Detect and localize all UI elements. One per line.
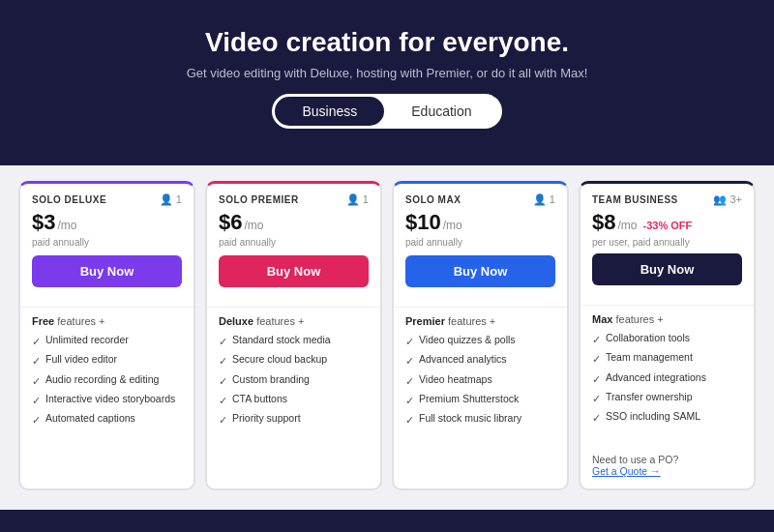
- features-deluxe: Free features + ✓Unlimited recorder ✓Ful…: [20, 315, 194, 488]
- feature-item: ✓Transfer ownership: [592, 391, 742, 405]
- po-text: Need to use a PO?: [592, 454, 742, 465]
- page-title: Video creation for everyone.: [19, 27, 755, 58]
- page-header: Video creation for everyone. Get video e…: [0, 0, 774, 165]
- plan-name-premier: SOLO PREMIER: [219, 194, 299, 205]
- feature-item: ✓CTA buttons: [219, 393, 369, 407]
- page-subtitle: Get video editing with Deluxe, hosting w…: [19, 66, 755, 80]
- user-count-business: 👥 3+: [713, 193, 742, 206]
- price-business: $8: [592, 210, 615, 235]
- solo-premier-card: SOLO PREMIER 👤 1 $6 /mo paid annually Bu…: [205, 181, 382, 490]
- feature-item: ✓Collaboration tools: [592, 332, 742, 346]
- feature-item: ✓Custom branding: [219, 373, 369, 388]
- buy-btn-max[interactable]: Buy Now: [405, 255, 555, 287]
- feature-item: ✓Automated captions: [32, 412, 182, 427]
- features-business: Max features + ✓Collaboration tools ✓Tea…: [580, 313, 754, 454]
- features-header-premier: Deluxe features +: [219, 315, 369, 327]
- plan-name-deluxe: SOLO DELUXE: [32, 194, 106, 205]
- features-max: Premier features + ✓Video quizzes & poll…: [394, 315, 567, 488]
- feature-item: ✓Secure cloud backup: [219, 353, 369, 368]
- education-toggle-btn[interactable]: Education: [384, 97, 498, 126]
- feature-item: ✓Full video editor: [32, 353, 182, 368]
- feature-item: ✓Unlimited recorder: [32, 334, 182, 348]
- buy-btn-deluxe[interactable]: Buy Now: [32, 255, 182, 287]
- buy-btn-premier[interactable]: Buy Now: [219, 255, 369, 287]
- user-count-deluxe: 👤 1: [160, 193, 182, 206]
- price-max: $10: [405, 210, 441, 235]
- card-header-premier: SOLO PREMIER 👤 1 $6 /mo paid annually Bu…: [207, 184, 380, 299]
- features-header-max: Premier features +: [405, 315, 555, 327]
- feature-item: ✓Video heatmaps: [405, 373, 555, 388]
- toggle-container: Business Education: [19, 94, 755, 129]
- billing-max: paid annually: [405, 237, 555, 248]
- team-business-card: TEAM BUSINESS 👥 3+ $8 /mo -33% OFF per u…: [579, 181, 756, 490]
- solo-max-card: SOLO MAX 👤 1 $10 /mo paid annually Buy N…: [392, 181, 569, 490]
- per-user-billing: per user, paid annually: [592, 237, 742, 248]
- feature-item: ✓Standard stock media: [219, 334, 369, 348]
- period-max: /mo: [443, 219, 462, 232]
- feature-item: ✓Full stock music library: [405, 412, 555, 427]
- period-premier: /mo: [244, 219, 263, 232]
- business-education-toggle: Business Education: [272, 94, 501, 129]
- feature-item: ✓Video quizzes & polls: [405, 334, 555, 348]
- feature-item: ✓Team management: [592, 351, 742, 366]
- po-section: Need to use a PO? Get a Quote →: [580, 454, 754, 488]
- price-deluxe: $3: [32, 210, 55, 235]
- billing-deluxe: paid annually: [32, 237, 182, 248]
- feature-item: ✓Audio recording & editing: [32, 373, 182, 388]
- features-header-deluxe: Free features +: [32, 315, 182, 327]
- buy-btn-business[interactable]: Buy Now: [592, 253, 742, 285]
- card-header-max: SOLO MAX 👤 1 $10 /mo paid annually Buy N…: [394, 184, 567, 299]
- plan-name-business: TEAM BUSINESS: [592, 194, 678, 205]
- feature-item: ✓SSO including SAML: [592, 410, 742, 425]
- period-business: /mo: [617, 219, 637, 232]
- feature-item: ✓Advanced analytics: [405, 353, 555, 368]
- price-premier: $6: [219, 210, 242, 235]
- feature-item-priority-support: ✓Priority support: [219, 412, 369, 427]
- discount-badge: -33% OFF: [643, 220, 693, 231]
- feature-item: ✓Interactive video storyboards: [32, 393, 182, 407]
- card-header-deluxe: SOLO DELUXE 👤 1 $3 /mo paid annually Buy…: [20, 184, 194, 299]
- feature-item: ✓Premium Shutterstock: [405, 393, 555, 407]
- card-header-business: TEAM BUSINESS 👥 3+ $8 /mo -33% OFF per u…: [580, 184, 754, 297]
- solo-deluxe-card: SOLO DELUXE 👤 1 $3 /mo paid annually Buy…: [18, 181, 195, 490]
- feature-item: ✓Advanced integrations: [592, 371, 742, 386]
- pricing-cards-area: SOLO DELUXE 👤 1 $3 /mo paid annually Buy…: [0, 165, 774, 510]
- billing-premier: paid annually: [219, 237, 369, 248]
- period-deluxe: /mo: [57, 219, 76, 232]
- business-toggle-btn[interactable]: Business: [275, 97, 384, 126]
- get-quote-link[interactable]: Get a Quote →: [592, 465, 742, 477]
- features-header-business: Max features +: [592, 313, 742, 325]
- plan-name-max: SOLO MAX: [405, 194, 461, 205]
- user-count-premier: 👤 1: [346, 193, 369, 206]
- user-count-max: 👤 1: [533, 193, 555, 206]
- features-premier: Deluxe features + ✓Standard stock media …: [207, 315, 380, 488]
